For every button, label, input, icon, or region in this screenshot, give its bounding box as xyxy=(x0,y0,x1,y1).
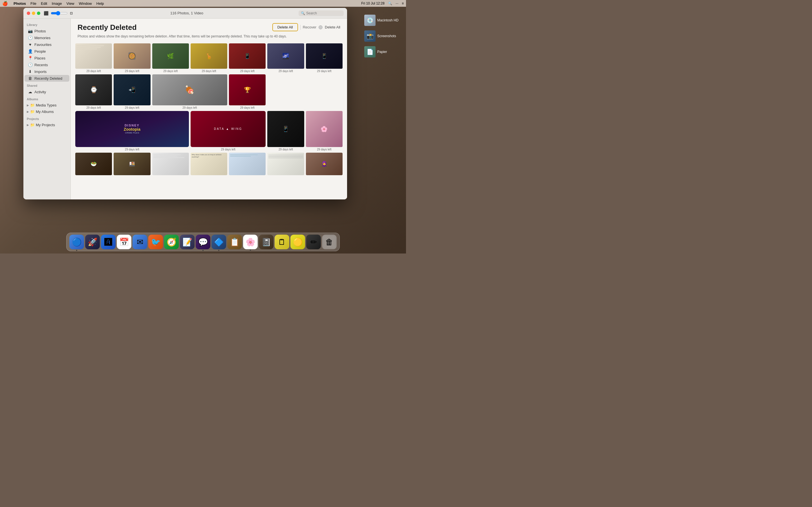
dock-trash[interactable]: 🗑 xyxy=(322,235,337,249)
finder-icon: 🔵 xyxy=(72,237,82,247)
sidebar-label-my-albums: My Albums xyxy=(36,110,54,114)
photo-thumbnail: 🍖 xyxy=(152,74,227,105)
sidebar-item-photos[interactable]: 📷 Photos xyxy=(24,27,69,34)
dock-appstore[interactable]: 🅰 xyxy=(101,235,116,249)
menubar-extra2[interactable]: ≡ xyxy=(402,1,404,5)
dock-iawriter[interactable]: 📝 xyxy=(180,235,195,249)
menu-photos[interactable]: Photos xyxy=(13,1,26,6)
rocket-icon: 🚀 xyxy=(88,237,98,247)
dock-notefile[interactable]: 📋 xyxy=(227,235,242,249)
photo-item[interactable]: 29 days left xyxy=(75,43,112,73)
favourites-icon: ♥ xyxy=(28,42,33,47)
menu-image[interactable]: Image xyxy=(52,1,62,6)
photo-item[interactable]: Why does it take you so long to achieve … xyxy=(191,153,227,175)
sidebar-item-favourites[interactable]: ♥ Favourites xyxy=(24,41,69,48)
photo-item[interactable]: 🌿 29 days left xyxy=(152,43,189,73)
sidebar-item-my-albums[interactable]: ▶ 📁 My Albums xyxy=(24,108,69,115)
kv-dot xyxy=(218,250,219,251)
photo-item[interactable] xyxy=(229,153,266,175)
photo-item[interactable]: 🦒 29 days left xyxy=(191,43,227,73)
menubar-extra1[interactable]: ··· xyxy=(396,1,398,5)
menu-file[interactable]: File xyxy=(31,1,36,6)
notebook-icon: 📓 xyxy=(261,237,271,247)
desktop-papier[interactable]: 📄 Papier xyxy=(363,45,404,59)
sidebar-toggle-icon[interactable]: ⬛ xyxy=(44,11,49,15)
photo-thumbnail: Why does it take you so long to achieve … xyxy=(191,153,227,175)
photo-item[interactable]: 📲 29 days left xyxy=(114,74,150,109)
photo-item[interactable]: 🌸 29 days left xyxy=(306,111,343,151)
dock-rocket[interactable]: 🚀 xyxy=(85,235,100,249)
sidebar-item-activity[interactable]: ☁ Activity xyxy=(24,89,69,95)
folder-icon: 📁 xyxy=(30,103,35,107)
photos-dot xyxy=(250,249,251,251)
dock-mail[interactable]: ✉ xyxy=(133,235,147,249)
sidebar-item-places[interactable]: 📍 Places xyxy=(24,55,69,61)
photo-thumbnail: 🌸 xyxy=(306,111,343,147)
sidebar-item-memories[interactable]: 🕐 Memories xyxy=(24,34,69,41)
photo-item[interactable]: 📱 29 days left xyxy=(229,43,266,73)
photo-item[interactable]: 🏆 29 days left xyxy=(229,74,266,109)
delete-all-button-outlined[interactable]: Delete All xyxy=(272,23,298,31)
photo-item-datawing[interactable]: DATA ▲ WING 29 days left xyxy=(191,111,266,151)
zoom-slider[interactable] xyxy=(51,11,68,15)
dock-twitterrific[interactable]: 🐦 xyxy=(148,235,163,249)
divider xyxy=(300,25,301,30)
dock-notes[interactable]: 🗒 xyxy=(274,235,289,249)
photo-item-zootopia[interactable]: DISNEY Zootopia CRIME FILES 29 days left xyxy=(75,111,189,151)
photo-days-label: 29 days left xyxy=(183,106,197,109)
desktop-screenshots[interactable]: 📸 Screenshots xyxy=(363,29,404,43)
hd-icon: 💿 xyxy=(364,15,375,26)
photo-item[interactable]: 📱 29 days left xyxy=(267,111,304,151)
sidebar-item-imports[interactable]: ⬇ Imports xyxy=(24,68,69,75)
apple-menu[interactable]: 🍎 xyxy=(2,1,8,6)
photo-item[interactable] xyxy=(267,153,304,175)
sidebar-label-photos: Photos xyxy=(35,29,46,33)
recover-button[interactable]: Recover xyxy=(303,25,316,29)
dock-kv[interactable]: 🔷 xyxy=(211,235,226,249)
menu-help[interactable]: Help xyxy=(96,1,104,6)
albums-section-label: Albums xyxy=(23,95,70,102)
fit-icon[interactable]: ⊡ xyxy=(70,11,73,15)
photo-item[interactable]: 🧕 xyxy=(306,153,343,175)
dock-photos[interactable]: 🌸 xyxy=(243,235,258,249)
photo-item[interactable]: 🥗 xyxy=(75,153,112,175)
sidebar-item-media-types[interactable]: ▶ 📁 Media Types xyxy=(24,102,69,108)
dock-notebook[interactable]: 📓 xyxy=(259,235,273,249)
search-input[interactable] xyxy=(306,11,340,15)
photo-item[interactable]: 🍱 xyxy=(114,153,150,175)
dock-finder[interactable]: 🔵 xyxy=(69,235,84,249)
photo-item[interactable]: 🍖 29 days left xyxy=(152,74,227,109)
photo-thumbnail: ⌚ xyxy=(75,74,112,105)
photo-item[interactable]: 📱 29 days left xyxy=(306,43,343,73)
photo-item[interactable]: ⌚ 29 days left xyxy=(75,74,112,109)
photo-days-label: 29 days left xyxy=(317,148,331,151)
search-box[interactable]: 🔍 xyxy=(299,10,344,16)
dock-stickies[interactable]: 🟡 xyxy=(290,235,305,249)
sidebar-item-recents[interactable]: 🕒 Recents xyxy=(24,61,69,68)
photo-item[interactable] xyxy=(152,153,189,175)
sidebar-item-recently-deleted[interactable]: 🗑 Recently Deleted xyxy=(24,75,69,82)
dock-iawriter2[interactable]: ✏ xyxy=(306,235,321,249)
menu-view[interactable]: View xyxy=(66,1,74,6)
maximize-button[interactable] xyxy=(37,11,40,15)
dock-calendar[interactable]: 📅 xyxy=(117,235,132,249)
minimize-button[interactable] xyxy=(32,11,35,15)
delete-all-text-button[interactable]: Delete All xyxy=(325,25,340,29)
photo-item[interactable]: 🌌 29 days left xyxy=(267,43,304,73)
photo-item[interactable]: 🥘 29 days left xyxy=(114,43,150,73)
menu-edit[interactable]: Edit xyxy=(41,1,47,6)
sidebar-item-my-projects[interactable]: ▶ 📁 My Projects xyxy=(24,122,69,128)
dock-slack[interactable]: 💬 xyxy=(196,235,210,249)
close-button[interactable] xyxy=(27,11,30,15)
desktop-hd[interactable]: 💿 Macintosh HD xyxy=(363,13,404,27)
calendar-icon: 📅 xyxy=(119,237,129,247)
menu-window[interactable]: Window xyxy=(79,1,92,6)
sidebar-item-people[interactable]: 👤 People xyxy=(24,48,69,55)
dock-safari[interactable]: 🧭 xyxy=(164,235,179,249)
photo-thumbnail: 🥘 xyxy=(114,43,150,69)
menubar-search-icon[interactable]: 🔍 xyxy=(388,1,392,5)
photo-thumbnail xyxy=(152,153,189,175)
shared-section-label: Shared xyxy=(23,82,70,89)
toggle-circle[interactable] xyxy=(319,25,322,29)
chevron-my-albums: ▶ xyxy=(27,110,29,113)
